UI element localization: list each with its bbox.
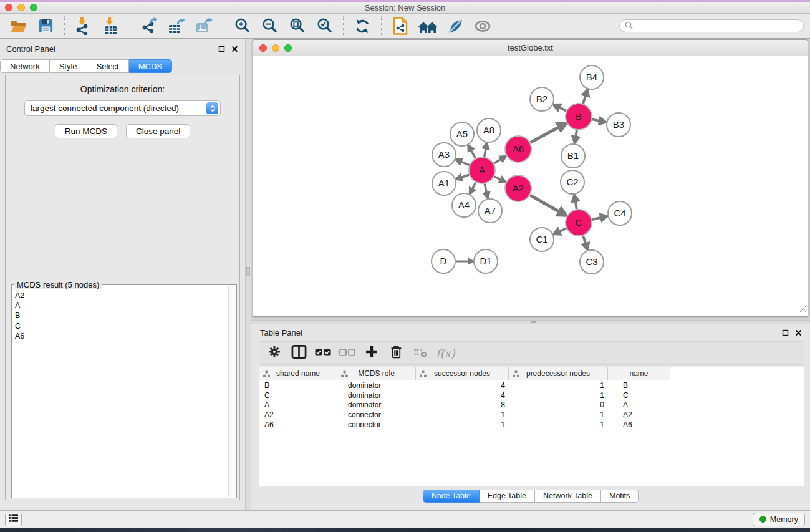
list-icon [8,513,19,525]
search-input[interactable] [636,22,798,31]
save-session-button[interactable] [34,16,57,36]
result-scrollbar[interactable] [228,286,236,497]
graph-node-D[interactable]: D [432,249,455,273]
resize-grip-icon[interactable] [799,304,806,315]
tab-edge-table[interactable]: Edge Table [480,490,535,503]
result-item-c[interactable]: C [15,321,225,331]
close-window-button[interactable] [5,4,12,11]
zoom-selected-button[interactable] [312,16,336,36]
delete-row-button[interactable] [386,344,406,362]
graph-node-C[interactable]: C [566,210,592,236]
splitter-grip[interactable] [246,267,250,276]
table-row-b[interactable]: Bdominator41B [259,380,804,390]
graph-node-B3[interactable]: B3 [607,113,630,137]
run-mcds-button[interactable]: Run MCDS [55,124,117,138]
tab-style[interactable]: Style [50,59,87,73]
export-image-button[interactable] [192,16,216,36]
delete-table-button[interactable] [410,344,430,362]
graph-node-C4[interactable]: C4 [608,201,632,225]
tab-select[interactable]: Select [87,59,129,73]
column-header-name[interactable]: name [608,367,670,380]
export-network-button[interactable] [137,16,161,36]
zoom-fit-button[interactable] [285,16,309,36]
table-row-a6[interactable]: A6connector11A6 [259,420,804,430]
column-header-predecessor-nodes[interactable]: predecessor nodes [509,367,608,380]
tab-node-table[interactable]: Node Table [423,490,480,503]
result-item-a[interactable]: A [15,301,225,311]
graph-node-B1[interactable]: B1 [561,144,585,168]
zoom-network-button[interactable] [284,44,292,52]
cell-predecessor-nodes: 1 [509,410,608,419]
show-columns-button[interactable] [289,344,309,362]
minimize-window-button[interactable] [17,4,25,11]
vertical-splitter[interactable] [245,39,251,510]
close-panel-button[interactable]: Close panel [126,124,190,138]
cell-name: B [608,381,670,390]
graph-node-B[interactable]: B [566,104,592,130]
close-panel-icon[interactable] [231,45,239,53]
cell-shared-name: A6 [259,420,337,429]
result-item-b[interactable]: B [15,311,225,321]
hide-panels-icon [447,18,464,34]
minimize-network-button[interactable] [272,44,279,52]
tab-network[interactable]: Network [0,59,50,73]
graph-node-A7[interactable]: A7 [478,199,502,223]
zoom-in-button[interactable] [230,16,254,36]
graph-node-C3[interactable]: C3 [580,250,604,274]
optimization-criterion-label: Optimization criterion: [6,84,239,94]
result-item-a6[interactable]: A6 [15,331,225,341]
refresh-button[interactable] [350,16,374,36]
graph-node-A5[interactable]: A5 [450,122,474,146]
graph-node-A8[interactable]: A8 [477,118,501,142]
horizontal-splitter[interactable] [251,320,810,324]
export-table-button[interactable] [165,16,188,36]
network-document-button[interactable] [388,16,412,36]
hide-panels-button[interactable] [443,16,467,36]
deselect-all-button[interactable] [337,344,357,362]
tab-network-table[interactable]: Network Table [535,490,601,503]
table-row-a2[interactable]: A2connector11A2 [259,410,804,420]
float-panel-icon[interactable] [781,329,789,337]
zoom-window-button[interactable] [30,4,37,11]
export-network-icon [141,17,158,35]
close-network-button[interactable] [259,44,267,52]
graph-node-A6[interactable]: A6 [505,136,531,162]
task-history-button[interactable] [5,513,22,526]
graph-node-A3[interactable]: A3 [432,143,456,167]
graph-node-A2[interactable]: A2 [505,175,531,201]
column-header-successor-nodes[interactable]: successor nodes [416,367,509,380]
graph-node-C1[interactable]: C1 [530,228,554,251]
graph-node-A4[interactable]: A4 [452,193,476,217]
graph-node-D1[interactable]: D1 [474,249,498,273]
table-row-c[interactable]: Cdominator41C [259,390,804,400]
graph-node-C2[interactable]: C2 [561,170,584,194]
function-builder-button[interactable]: f(x) [435,347,455,360]
column-header-mcds-role[interactable]: MCDS role [337,367,416,380]
table-settings-button[interactable] [264,344,284,362]
result-item-a2[interactable]: A2 [15,291,225,301]
close-panel-icon[interactable] [794,329,803,337]
tab-mcds[interactable]: MCDS [129,59,172,73]
graph-node-B4[interactable]: B4 [580,65,604,89]
memory-button[interactable]: Memory [753,513,805,526]
import-table-button[interactable] [99,16,123,36]
zoom-out-button[interactable] [258,16,281,36]
tab-motifs[interactable]: Motifs [601,490,639,503]
select-all-button[interactable] [313,344,333,362]
graph-node-B2[interactable]: B2 [530,87,554,111]
table-row-a[interactable]: Adominator80A [259,400,804,410]
home-button[interactable] [416,16,440,36]
column-header-shared-name[interactable]: shared name [259,367,337,380]
splitter-grip[interactable] [531,321,536,323]
add-row-button[interactable] [362,344,382,362]
search-field[interactable] [619,19,804,32]
network-canvas[interactable]: B4B2BB3A5A8A6A3B1AA1C2A2A4A7C4CC1C3DD1 [253,56,808,316]
open-session-button[interactable] [6,16,30,36]
criterion-dropdown[interactable]: largest connected component (directed) [24,100,221,116]
import-network-button[interactable] [72,16,95,36]
show-panels-button[interactable] [471,16,494,36]
desktop-edge [0,528,810,532]
float-panel-icon[interactable] [218,45,226,53]
graph-node-A1[interactable]: A1 [432,172,456,195]
graph-node-A[interactable]: A [469,157,495,183]
